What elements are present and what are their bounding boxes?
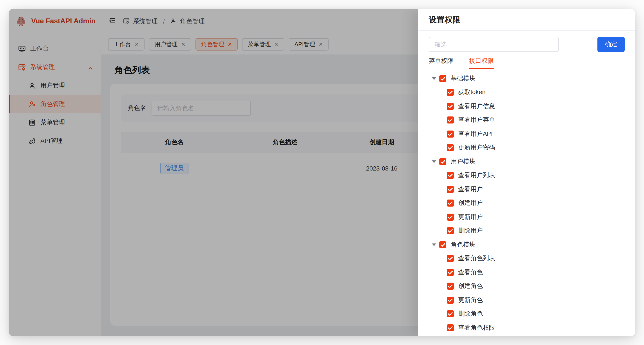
checkbox-checked[interactable] — [447, 186, 454, 193]
tree-node-label: 查看用户列表 — [458, 172, 495, 180]
tree-node-leaf[interactable]: 查看角色列表 — [418, 252, 635, 265]
checkbox-checked[interactable] — [439, 241, 446, 248]
tree-node-leaf[interactable]: 创建角色 — [418, 279, 635, 293]
permission-tree: 基础模块 获取token 查看用户信息 查看用户菜单 查看用户API — [418, 69, 635, 336]
checkbox-checked[interactable] — [447, 255, 454, 262]
filter-input[interactable] — [429, 37, 559, 52]
tree-node-leaf[interactable]: 删除用户 — [418, 224, 635, 238]
tree-node-label: 创建用户 — [458, 199, 483, 207]
checkbox-checked[interactable] — [447, 214, 454, 221]
tree-node-leaf[interactable]: 查看用户列表 — [418, 169, 635, 182]
tree-node-group[interactable]: 基础模块 — [418, 72, 635, 86]
tab-menu-permission[interactable]: 菜单权限 — [429, 57, 453, 69]
tree-node-leaf[interactable]: 查看角色 — [418, 265, 635, 279]
page: Vue FastAPI Admin 工作台 系统管理 — [0, 0, 644, 345]
tree-node-label: 获取token — [458, 89, 486, 97]
tree-node-label: 用户模块 — [451, 158, 475, 166]
checkbox-checked[interactable] — [447, 283, 454, 290]
checkbox-checked[interactable] — [447, 269, 454, 276]
tree-node-label: 更新用户密码 — [458, 144, 495, 152]
checkbox-checked[interactable] — [447, 324, 454, 331]
checkbox-checked[interactable] — [447, 172, 454, 179]
drawer-title: 设置权限 — [418, 9, 635, 31]
caret-down-icon[interactable] — [432, 159, 437, 164]
tree-node-label: 基础模块 — [451, 75, 475, 83]
checkbox-checked[interactable] — [447, 200, 454, 207]
permission-tabs: 菜单权限 接口权限 — [418, 52, 635, 69]
tree-node-label: 删除用户 — [458, 227, 483, 235]
tree-node-leaf[interactable]: 删除角色 — [418, 307, 635, 321]
tab-api-permission[interactable]: 接口权限 — [469, 57, 494, 69]
tree-node-leaf[interactable]: 查看角色权限 — [418, 321, 635, 335]
checkbox-checked[interactable] — [447, 103, 454, 110]
tree-node-label: 查看用户菜单 — [458, 116, 495, 124]
tree-node-label: 查看用户 — [458, 185, 483, 193]
tree-node-label: 查看角色权限 — [458, 324, 495, 332]
caret-down-icon[interactable] — [432, 242, 437, 247]
tree-node-label: 更新角色 — [458, 296, 483, 304]
drawer-filter-row: 确定 — [418, 31, 635, 52]
tree-node-leaf[interactable]: 获取token — [418, 86, 635, 99]
tree-node-label: 查看用户信息 — [458, 102, 495, 110]
checkbox-checked[interactable] — [447, 144, 454, 151]
checkbox-checked[interactable] — [447, 297, 454, 304]
tree-node-group[interactable]: 用户模块 — [418, 155, 635, 169]
tree-node-leaf[interactable]: 更新角色 — [418, 293, 635, 307]
tree-node-label: 更新用户 — [458, 213, 483, 221]
tree-node-group[interactable]: 角色模块 — [418, 238, 635, 252]
app-window: Vue FastAPI Admin 工作台 系统管理 — [9, 9, 635, 336]
confirm-button[interactable]: 确定 — [598, 37, 625, 52]
tree-node-leaf[interactable]: 查看用户菜单 — [418, 113, 635, 127]
checkbox-checked[interactable] — [447, 117, 454, 124]
tree-node-leaf[interactable]: 更新用户 — [418, 210, 635, 224]
tree-node-leaf[interactable]: 更新角色权限 — [418, 335, 635, 336]
checkbox-checked[interactable] — [447, 131, 454, 138]
tree-node-label: 查看角色 — [458, 268, 483, 276]
tree-node-leaf[interactable]: 创建用户 — [418, 196, 635, 210]
checkbox-checked[interactable] — [447, 227, 454, 234]
checkbox-checked[interactable] — [439, 158, 446, 165]
checkbox-checked[interactable] — [447, 89, 454, 96]
tree-node-label: 查看角色列表 — [458, 255, 495, 263]
checkbox-checked[interactable] — [439, 75, 446, 82]
tree-node-label: 创建角色 — [458, 282, 483, 290]
tree-node-leaf[interactable]: 查看用户信息 — [418, 99, 635, 113]
checkbox-checked[interactable] — [447, 310, 454, 317]
tree-node-leaf[interactable]: 更新用户密码 — [418, 141, 635, 155]
permission-drawer: 设置权限 确定 菜单权限 接口权限 基础模块 获取token — [418, 9, 635, 336]
tree-node-leaf[interactable]: 查看用户 — [418, 182, 635, 196]
tree-node-leaf[interactable]: 查看用户API — [418, 127, 635, 141]
tree-node-label: 角色模块 — [451, 241, 475, 249]
tree-node-label: 查看用户API — [458, 130, 493, 138]
caret-down-icon[interactable] — [432, 76, 437, 81]
tree-node-label: 删除角色 — [458, 310, 483, 318]
